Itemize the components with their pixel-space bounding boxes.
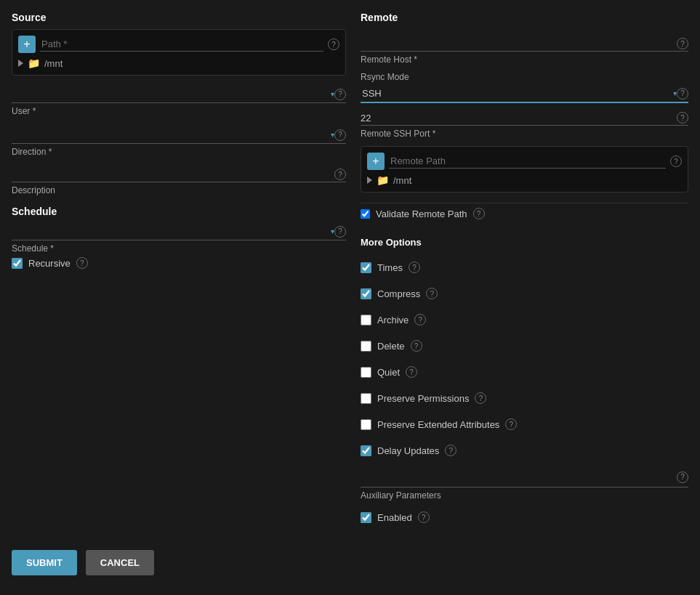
description-input[interactable] [12, 169, 330, 180]
preserve-ext-checkbox[interactable] [361, 419, 371, 430]
add-path-button[interactable]: + [18, 36, 36, 53]
remote-folder-icon: 📁 [377, 174, 389, 186]
aux-params-input[interactable] [361, 469, 677, 485]
remote-path-help-icon[interactable]: ? [670, 155, 682, 167]
ssh-port-input[interactable] [361, 113, 672, 124]
archive-checkbox[interactable] [361, 315, 371, 325]
tree-chevron-icon [18, 60, 23, 67]
source-path-container: + ? 📁 /mnt [12, 29, 346, 76]
path-help-icon[interactable]: ? [328, 39, 339, 50]
user-help-icon[interactable]: ? [334, 89, 346, 100]
compress-row: Compress ? [361, 284, 688, 303]
enabled-checkbox[interactable] [361, 512, 371, 523]
times-row: Times ? [361, 258, 688, 277]
validate-remote-checkbox[interactable] [361, 209, 370, 219]
schedule-section: Schedule ▾ ? Schedule * Recursive [12, 206, 346, 272]
right-panel: Remote ? Remote Host * Rsync Mode SSH Mo… [361, 12, 688, 527]
schedule-help-icon[interactable]: ? [334, 226, 346, 238]
delay-updates-label: Delay Updates [377, 445, 439, 456]
preserve-ext-row: Preserve Extended Attributes ? [361, 415, 688, 434]
direction-field-group: Push Pull ▾ ? Direction * [12, 126, 346, 157]
description-input-wrapper: ? [12, 167, 346, 182]
recursive-checkbox[interactable] [12, 258, 23, 269]
remote-mnt-label: /mnt [393, 175, 411, 186]
delete-label: Delete [377, 341, 405, 352]
preserve-ext-label: Preserve Extended Attributes [377, 419, 499, 430]
delay-updates-help-icon[interactable]: ? [445, 445, 456, 456]
source-section: Source + ? 📁 /mnt [12, 12, 346, 76]
archive-help-icon[interactable]: ? [414, 314, 426, 325]
path-add-row: + ? [18, 36, 339, 53]
delete-help-icon[interactable]: ? [411, 340, 422, 352]
schedule-select[interactable] [12, 223, 331, 240]
quiet-row: Quiet ? [361, 363, 688, 381]
recursive-label: Recursive [28, 258, 71, 269]
rsync-mode-select-wrapper: SSH Module ▾ ? [361, 85, 688, 103]
enabled-row: Enabled ? [361, 508, 688, 527]
compress-label: Compress [377, 288, 420, 299]
recursive-row: Recursive ? [12, 254, 346, 272]
path-input[interactable] [40, 37, 323, 52]
remote-tree-chevron-icon [367, 177, 372, 184]
schedule-label: Schedule * [12, 243, 346, 254]
remote-path-add-row: + ? [367, 153, 682, 170]
source-mnt-label: /mnt [44, 58, 63, 69]
quiet-label: Quiet [377, 367, 400, 378]
aux-params-label: Auxiliary Parameters [361, 490, 688, 501]
rsync-mode-label: Rsync Mode [361, 72, 688, 82]
remote-host-group: ? Remote Host * [361, 36, 688, 65]
schedule-title: Schedule [12, 206, 346, 217]
enabled-help-icon[interactable]: ? [418, 511, 430, 523]
left-panel: Source + ? 📁 /mnt [12, 12, 346, 527]
remote-tree-item: 📁 /mnt [367, 174, 682, 186]
remote-host-input[interactable] [361, 39, 672, 49]
rsync-mode-help-icon[interactable]: ? [677, 88, 688, 100]
recursive-help-icon[interactable]: ? [76, 257, 88, 269]
rsync-mode-select[interactable]: SSH Module [361, 85, 673, 102]
remote-plus-icon: + [372, 155, 379, 168]
direction-select[interactable]: Push Pull [12, 126, 331, 143]
archive-label: Archive [377, 315, 409, 325]
preserve-perms-checkbox[interactable] [361, 393, 371, 404]
cancel-button[interactable]: CANCEL [86, 550, 154, 575]
times-checkbox[interactable] [361, 262, 371, 273]
times-help-icon[interactable]: ? [409, 262, 420, 273]
schedule-dropdown-wrapper: ▾ ? [12, 223, 346, 240]
add-remote-path-button[interactable]: + [367, 153, 385, 170]
description-help-icon[interactable]: ? [334, 169, 346, 180]
quiet-checkbox[interactable] [361, 367, 371, 378]
quiet-help-icon[interactable]: ? [406, 366, 417, 378]
archive-row: Archive ? [361, 310, 688, 329]
compress-help-icon[interactable]: ? [426, 288, 438, 299]
preserve-perms-help-icon[interactable]: ? [475, 392, 486, 404]
folder-icon: 📁 [28, 57, 40, 69]
aux-params-group: ? Auxiliary Parameters [361, 467, 688, 501]
aux-params-help-icon[interactable]: ? [677, 471, 688, 483]
user-label: User * [12, 106, 346, 116]
ssh-port-label: Remote SSH Port * [361, 129, 688, 139]
source-tree-item: 📁 /mnt [18, 57, 339, 69]
preserve-ext-help-icon[interactable]: ? [505, 418, 517, 430]
direction-help-icon[interactable]: ? [334, 129, 346, 141]
user-select[interactable] [12, 86, 331, 102]
aux-params-input-wrapper: ? [361, 467, 688, 487]
direction-label: Direction * [12, 147, 346, 157]
preserve-perms-label: Preserve Permissions [377, 393, 469, 404]
ssh-port-help-icon[interactable]: ? [677, 112, 688, 124]
compress-checkbox[interactable] [361, 288, 371, 299]
validate-remote-help-icon[interactable]: ? [473, 208, 485, 219]
source-title: Source [12, 12, 346, 23]
submit-button[interactable]: SUBMIT [12, 550, 77, 575]
schedule-field-group: ▾ ? Schedule * [12, 223, 346, 254]
remote-path-input[interactable] [389, 154, 666, 169]
times-label: Times [377, 262, 403, 273]
remote-host-help-icon[interactable]: ? [677, 38, 688, 49]
more-options-title: More Options [361, 237, 688, 248]
delay-updates-checkbox[interactable] [361, 445, 371, 456]
remote-host-input-wrapper: ? [361, 36, 688, 52]
delay-updates-row: Delay Updates ? [361, 441, 688, 460]
remote-path-container: + ? 📁 /mnt [361, 146, 688, 193]
direction-dropdown-wrapper: Push Pull ▾ ? [12, 126, 346, 144]
ssh-port-input-wrapper: ? [361, 110, 688, 126]
delete-checkbox[interactable] [361, 341, 371, 352]
